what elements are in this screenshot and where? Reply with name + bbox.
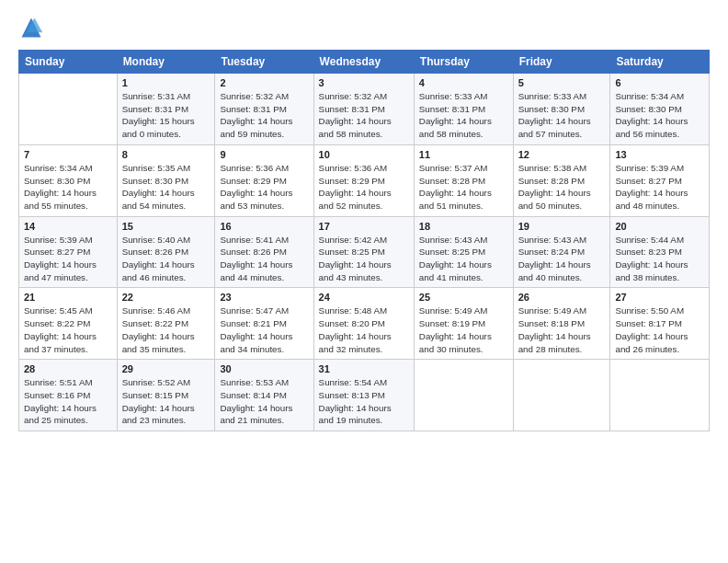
day-number: 8 (122, 149, 210, 160)
day-number: 7 (24, 149, 112, 160)
calendar-cell: 28Sunrise: 5:51 AMSunset: 8:16 PMDayligh… (19, 360, 118, 431)
calendar-week-row: 1Sunrise: 5:31 AMSunset: 8:31 PMDaylight… (19, 74, 710, 145)
day-number: 5 (518, 77, 606, 88)
day-info: Sunrise: 5:44 AMSunset: 8:23 PMDaylight:… (615, 234, 704, 284)
calendar-cell: 2Sunrise: 5:32 AMSunset: 8:31 PMDaylight… (215, 74, 313, 145)
day-info: Sunrise: 5:45 AMSunset: 8:22 PMDaylight:… (24, 304, 112, 355)
calendar-cell: 11Sunrise: 5:37 AMSunset: 8:28 PMDayligh… (414, 144, 513, 216)
weekday-header-wednesday: Wednesday (313, 51, 414, 74)
calendar-cell: 17Sunrise: 5:42 AMSunset: 8:25 PMDayligh… (313, 216, 414, 288)
day-info: Sunrise: 5:36 AMSunset: 8:29 PMDaylight:… (319, 162, 409, 213)
calendar-cell: 18Sunrise: 5:43 AMSunset: 8:25 PMDayligh… (414, 216, 513, 288)
day-info: Sunrise: 5:35 AMSunset: 8:30 PMDaylight:… (122, 162, 210, 213)
calendar-cell (610, 360, 710, 431)
calendar-cell: 10Sunrise: 5:36 AMSunset: 8:29 PMDayligh… (313, 144, 414, 216)
calendar-cell: 25Sunrise: 5:49 AMSunset: 8:19 PMDayligh… (414, 288, 513, 360)
day-number: 2 (220, 77, 308, 88)
day-number: 6 (615, 77, 704, 88)
day-number: 27 (615, 292, 704, 303)
day-number: 29 (122, 363, 210, 374)
calendar-cell: 7Sunrise: 5:34 AMSunset: 8:30 PMDaylight… (19, 144, 118, 216)
calendar-week-row: 14Sunrise: 5:39 AMSunset: 8:27 PMDayligh… (19, 216, 710, 288)
day-info: Sunrise: 5:34 AMSunset: 8:30 PMDaylight:… (24, 162, 112, 213)
day-number: 12 (518, 149, 606, 160)
calendar-table: SundayMondayTuesdayWednesdayThursdayFrid… (18, 50, 710, 431)
day-info: Sunrise: 5:33 AMSunset: 8:30 PMDaylight:… (518, 90, 606, 141)
calendar-cell: 22Sunrise: 5:46 AMSunset: 8:22 PMDayligh… (117, 288, 215, 360)
calendar-cell: 5Sunrise: 5:33 AMSunset: 8:30 PMDaylight… (513, 74, 610, 145)
day-number: 11 (419, 149, 508, 160)
logo (18, 15, 48, 40)
calendar-cell: 9Sunrise: 5:36 AMSunset: 8:29 PMDaylight… (215, 144, 313, 216)
day-number: 10 (319, 149, 409, 160)
calendar-cell: 14Sunrise: 5:39 AMSunset: 8:27 PMDayligh… (19, 216, 118, 288)
day-info: Sunrise: 5:51 AMSunset: 8:16 PMDaylight:… (24, 376, 112, 427)
day-info: Sunrise: 5:50 AMSunset: 8:17 PMDaylight:… (615, 304, 704, 355)
calendar-page: SundayMondayTuesdayWednesdayThursdayFrid… (0, 0, 728, 563)
day-info: Sunrise: 5:34 AMSunset: 8:30 PMDaylight:… (615, 90, 704, 141)
calendar-cell: 19Sunrise: 5:43 AMSunset: 8:24 PMDayligh… (513, 216, 610, 288)
calendar-cell (513, 360, 610, 431)
header (18, 15, 710, 40)
day-number: 15 (122, 221, 210, 232)
day-number: 14 (24, 221, 112, 232)
calendar-cell: 26Sunrise: 5:49 AMSunset: 8:18 PMDayligh… (513, 288, 610, 360)
day-number: 23 (220, 292, 308, 303)
calendar-cell: 8Sunrise: 5:35 AMSunset: 8:30 PMDaylight… (117, 144, 215, 216)
day-info: Sunrise: 5:39 AMSunset: 8:27 PMDaylight:… (615, 162, 704, 213)
day-number: 20 (615, 221, 704, 232)
day-info: Sunrise: 5:37 AMSunset: 8:28 PMDaylight:… (419, 162, 508, 213)
day-info: Sunrise: 5:49 AMSunset: 8:19 PMDaylight:… (419, 304, 508, 355)
day-info: Sunrise: 5:41 AMSunset: 8:26 PMDaylight:… (220, 234, 308, 284)
day-number: 19 (518, 221, 606, 232)
day-number: 16 (220, 221, 308, 232)
weekday-header-sunday: Sunday (19, 51, 118, 74)
day-number: 28 (24, 363, 112, 374)
calendar-cell: 29Sunrise: 5:52 AMSunset: 8:15 PMDayligh… (117, 360, 215, 431)
day-info: Sunrise: 5:36 AMSunset: 8:29 PMDaylight:… (220, 162, 308, 213)
day-info: Sunrise: 5:52 AMSunset: 8:15 PMDaylight:… (122, 376, 210, 427)
calendar-cell: 30Sunrise: 5:53 AMSunset: 8:14 PMDayligh… (215, 360, 313, 431)
day-info: Sunrise: 5:43 AMSunset: 8:24 PMDaylight:… (518, 234, 606, 284)
day-number: 22 (122, 292, 210, 303)
day-number: 24 (319, 292, 409, 303)
day-info: Sunrise: 5:54 AMSunset: 8:13 PMDaylight:… (319, 376, 409, 427)
day-info: Sunrise: 5:32 AMSunset: 8:31 PMDaylight:… (319, 90, 409, 141)
day-info: Sunrise: 5:33 AMSunset: 8:31 PMDaylight:… (419, 90, 508, 141)
calendar-cell: 31Sunrise: 5:54 AMSunset: 8:13 PMDayligh… (313, 360, 414, 431)
day-info: Sunrise: 5:46 AMSunset: 8:22 PMDaylight:… (122, 304, 210, 355)
day-number: 30 (220, 363, 308, 374)
day-number: 3 (319, 77, 409, 88)
calendar-cell: 21Sunrise: 5:45 AMSunset: 8:22 PMDayligh… (19, 288, 118, 360)
calendar-cell: 24Sunrise: 5:48 AMSunset: 8:20 PMDayligh… (313, 288, 414, 360)
weekday-header-tuesday: Tuesday (215, 51, 313, 74)
weekday-header-thursday: Thursday (414, 51, 513, 74)
weekday-header-saturday: Saturday (610, 51, 710, 74)
day-info: Sunrise: 5:47 AMSunset: 8:21 PMDaylight:… (220, 304, 308, 355)
calendar-cell: 1Sunrise: 5:31 AMSunset: 8:31 PMDaylight… (117, 74, 215, 145)
calendar-week-row: 21Sunrise: 5:45 AMSunset: 8:22 PMDayligh… (19, 288, 710, 360)
day-number: 25 (419, 292, 508, 303)
weekday-header-row: SundayMondayTuesdayWednesdayThursdayFrid… (19, 51, 710, 74)
weekday-header-monday: Monday (117, 51, 215, 74)
calendar-cell: 15Sunrise: 5:40 AMSunset: 8:26 PMDayligh… (117, 216, 215, 288)
day-info: Sunrise: 5:31 AMSunset: 8:31 PMDaylight:… (122, 90, 210, 141)
day-number: 21 (24, 292, 112, 303)
day-number: 9 (220, 149, 308, 160)
day-info: Sunrise: 5:48 AMSunset: 8:20 PMDaylight:… (319, 304, 409, 355)
calendar-week-row: 7Sunrise: 5:34 AMSunset: 8:30 PMDaylight… (19, 144, 710, 216)
calendar-cell (19, 74, 118, 145)
calendar-cell: 13Sunrise: 5:39 AMSunset: 8:27 PMDayligh… (610, 144, 710, 216)
day-number: 31 (319, 363, 409, 374)
day-info: Sunrise: 5:40 AMSunset: 8:26 PMDaylight:… (122, 234, 210, 284)
day-info: Sunrise: 5:32 AMSunset: 8:31 PMDaylight:… (220, 90, 308, 141)
day-info: Sunrise: 5:38 AMSunset: 8:28 PMDaylight:… (518, 162, 606, 213)
day-number: 4 (419, 77, 508, 88)
calendar-cell: 12Sunrise: 5:38 AMSunset: 8:28 PMDayligh… (513, 144, 610, 216)
day-number: 13 (615, 149, 704, 160)
day-info: Sunrise: 5:39 AMSunset: 8:27 PMDaylight:… (24, 234, 112, 284)
day-number: 26 (518, 292, 606, 303)
weekday-header-friday: Friday (513, 51, 610, 74)
day-info: Sunrise: 5:42 AMSunset: 8:25 PMDaylight:… (319, 234, 409, 284)
calendar-week-row: 28Sunrise: 5:51 AMSunset: 8:16 PMDayligh… (19, 360, 710, 431)
